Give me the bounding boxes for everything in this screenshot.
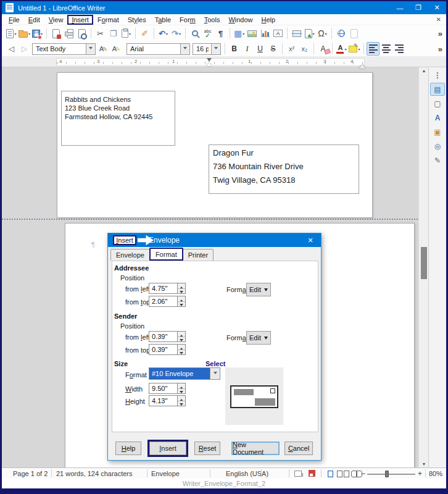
- insert-field-button[interactable]: ▾: [303, 27, 316, 40]
- word-count[interactable]: 21 words, 124 characters: [56, 470, 133, 477]
- new-style-button[interactable]: A✎: [110, 42, 123, 56]
- superscript-button[interactable]: x²: [285, 43, 298, 55]
- styles-icon[interactable]: A: [430, 111, 445, 124]
- menu-table[interactable]: Table: [151, 15, 175, 25]
- insert-page-break-button[interactable]: [290, 27, 303, 40]
- insert-image-button[interactable]: [246, 27, 259, 40]
- insert-hyperlink-button[interactable]: [334, 27, 347, 40]
- spinner-buttons[interactable]: [177, 332, 185, 341]
- close-button[interactable]: ✕: [428, 1, 446, 14]
- cancel-button[interactable]: Cancel: [284, 442, 313, 455]
- envelope-page[interactable]: Rabbits and Chickens 123 Blue Creek Road…: [57, 72, 373, 218]
- single-page-view-icon[interactable]: [328, 471, 333, 477]
- paste-button[interactable]: ▾: [120, 27, 133, 40]
- properties-icon[interactable]: ▤: [430, 83, 445, 96]
- combo-arrow-icon[interactable]: [180, 44, 189, 54]
- align-center-button[interactable]: [380, 42, 392, 56]
- find-replace-button[interactable]: [188, 27, 201, 40]
- scroll-up-icon[interactable]: ▲: [419, 69, 429, 73]
- align-right-button[interactable]: [392, 42, 405, 56]
- zoom-slider-thumb[interactable]: [385, 471, 389, 477]
- spinner-buttons[interactable]: [177, 383, 185, 393]
- menu-help[interactable]: Help: [257, 15, 280, 25]
- page-count[interactable]: Page 1 of 2: [13, 470, 48, 477]
- new-document-button[interactable]: ▾: [5, 27, 18, 40]
- cut-button[interactable]: ✂: [94, 27, 107, 40]
- menu-insert[interactable]: Insert: [67, 15, 93, 25]
- width-field[interactable]: 9.50": [149, 383, 186, 394]
- formatting-marks-button[interactable]: ¶: [214, 27, 227, 40]
- sender-address-frame[interactable]: Rabbits and Chickens 123 Blue Creek Road…: [61, 91, 175, 146]
- selection-mode-icon[interactable]: I: [294, 471, 304, 478]
- menu-window[interactable]: Window: [224, 15, 257, 25]
- gallery-icon[interactable]: ▣: [430, 125, 445, 138]
- subscript-button[interactable]: x₂: [298, 43, 311, 55]
- navigator-icon[interactable]: ◎: [430, 140, 445, 153]
- font-size-combo[interactable]: 16 pt: [193, 43, 221, 55]
- clear-formatting-button[interactable]: A: [317, 43, 330, 55]
- help-button[interactable]: Help: [115, 442, 141, 455]
- strikethrough-button[interactable]: S: [267, 43, 280, 55]
- combo-arrow-icon[interactable]: [211, 44, 220, 54]
- tab-printer[interactable]: Printer: [183, 249, 214, 261]
- addressee-from-left-field[interactable]: 4.75": [149, 283, 186, 294]
- zoom-in-button[interactable]: +: [418, 469, 422, 478]
- dropdown-arrow-icon[interactable]: [210, 368, 220, 379]
- indent-marker[interactable]: [207, 58, 212, 66]
- tab-envelope[interactable]: Envelope: [110, 249, 150, 261]
- combo-arrow-icon[interactable]: [86, 44, 95, 54]
- maximize-button[interactable]: ❐: [409, 1, 428, 14]
- text-language[interactable]: English (USA): [226, 470, 268, 477]
- zoom-out-button[interactable]: −: [361, 469, 365, 478]
- export-pdf-button[interactable]: [49, 27, 62, 40]
- zoom-level[interactable]: 80%: [429, 470, 442, 477]
- menu-edit[interactable]: Edit: [24, 15, 44, 25]
- menu-form[interactable]: Form: [175, 15, 200, 25]
- addressee-from-top-field[interactable]: 2.06": [149, 296, 186, 307]
- new-document-button[interactable]: New Document: [231, 442, 280, 455]
- vertical-scrollbar[interactable]: ▲ ▼: [418, 67, 428, 467]
- sender-from-left-field[interactable]: 0.39": [149, 331, 186, 342]
- scroll-down-icon[interactable]: ▼: [419, 462, 429, 466]
- underline-button[interactable]: U: [254, 43, 267, 55]
- envelope-format-dropdown[interactable]: #10 Envelope: [149, 367, 220, 380]
- update-style-button[interactable]: A✎: [97, 42, 110, 56]
- minimize-button[interactable]: —: [391, 1, 409, 14]
- menu-format[interactable]: Format: [93, 15, 123, 25]
- undo-button[interactable]: ↶▾: [157, 27, 170, 40]
- addressee-format-edit-button[interactable]: Edit: [246, 283, 271, 296]
- print-preview-button[interactable]: [75, 27, 88, 40]
- copy-button[interactable]: ❐: [107, 27, 120, 40]
- spinner-buttons[interactable]: [177, 345, 185, 354]
- back-button[interactable]: ◁: [5, 42, 18, 56]
- font-color-button[interactable]: A▾: [335, 42, 348, 56]
- menu-tools[interactable]: Tools: [200, 15, 225, 25]
- multi-page-view-icon[interactable]: [337, 471, 342, 477]
- sender-format-edit-button[interactable]: Edit: [246, 331, 271, 345]
- spelling-button[interactable]: abc✓: [201, 27, 214, 40]
- book-view-icon[interactable]: [351, 471, 357, 477]
- save-button[interactable]: ▾: [31, 27, 44, 40]
- scrollbar-thumb[interactable]: [421, 247, 427, 279]
- open-button[interactable]: ▾: [18, 27, 31, 40]
- toolbar-overflow-button[interactable]: »: [438, 44, 442, 54]
- addressee-address-frame[interactable]: Dragon Fur 736 Mountain River Drive Twig…: [209, 144, 359, 194]
- paragraph-style-combo[interactable]: Text Body: [32, 43, 96, 55]
- close-document-icon[interactable]: ✕: [436, 16, 441, 23]
- print-button[interactable]: [62, 27, 75, 40]
- height-field[interactable]: 4.13": [149, 395, 186, 406]
- insert-text-box-button[interactable]: [272, 27, 284, 40]
- multi-page-view-icon2[interactable]: [344, 471, 349, 477]
- italic-button[interactable]: I: [241, 43, 254, 55]
- page-style[interactable]: Envelope: [151, 470, 180, 477]
- toolbar-overflow-button[interactable]: »: [438, 29, 442, 38]
- menu-file[interactable]: File: [4, 15, 24, 25]
- insert-button[interactable]: Insert: [149, 442, 186, 455]
- align-left-button[interactable]: [367, 42, 380, 56]
- spinner-buttons[interactable]: [177, 283, 185, 293]
- reset-button[interactable]: Reset: [194, 442, 220, 455]
- menu-view[interactable]: View: [44, 15, 68, 25]
- unsaved-changes-icon[interactable]: [309, 470, 315, 478]
- tab-format[interactable]: Format: [149, 248, 183, 261]
- insert-footnote-button[interactable]: [347, 27, 360, 40]
